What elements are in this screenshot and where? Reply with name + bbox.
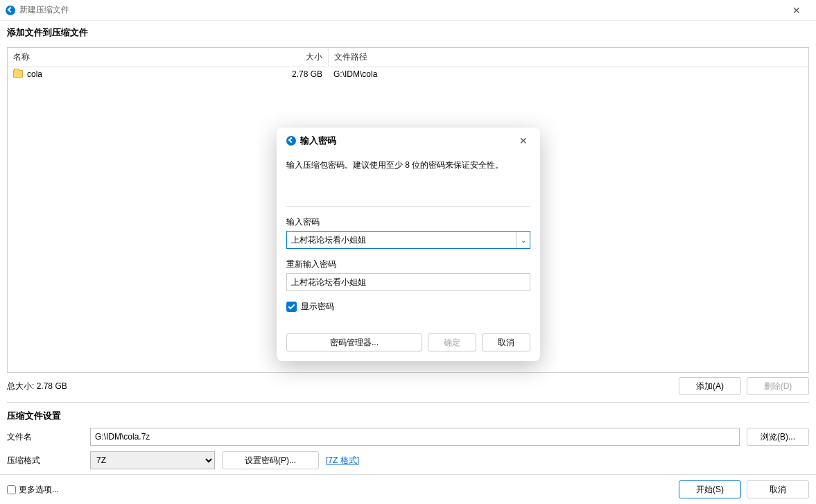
show-password-label: 显示密码 — [301, 301, 334, 313]
dialog-icon — [286, 136, 296, 146]
password-input[interactable] — [287, 232, 516, 248]
password-manager-button[interactable]: 密码管理器... — [286, 333, 422, 351]
show-password-row[interactable]: 显示密码 — [286, 301, 530, 313]
confirm-password-input[interactable] — [286, 273, 530, 291]
dialog-close-icon[interactable]: ✕ — [516, 135, 530, 146]
dialog-title: 输入密码 — [300, 134, 336, 147]
password-label: 输入密码 — [286, 216, 530, 228]
show-password-checkbox[interactable] — [286, 302, 297, 312]
ok-button[interactable]: 确定 — [428, 333, 476, 351]
password-dialog: 输入密码 ✕ 输入压缩包密码。建议使用至少 8 位的密码来保证安全性。 输入密码… — [277, 128, 540, 361]
chevron-down-icon[interactable]: ⌄ — [516, 232, 530, 248]
password-hint: 输入压缩包密码。建议使用至少 8 位的密码来保证安全性。 — [286, 153, 530, 207]
confirm-label: 重新输入密码 — [286, 259, 530, 270]
modal-cancel-button[interactable]: 取消 — [482, 333, 530, 351]
password-combo[interactable]: ⌄ — [286, 231, 530, 249]
modal-overlay: 输入密码 ✕ 输入压缩包密码。建议使用至少 8 位的密码来保证安全性。 输入密码… — [0, 0, 816, 504]
